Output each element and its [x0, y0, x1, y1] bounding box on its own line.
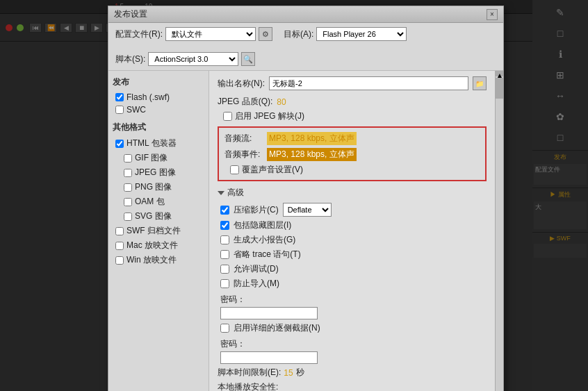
dialog-close-button[interactable]: × — [487, 9, 498, 20]
publish-settings-dialog: 发布设置 × 配置文件(R): 默认文件 ⚙ 目标(A): Flash Play… — [108, 6, 504, 391]
include-hidden-checkbox[interactable] — [220, 221, 229, 230]
target-label: 目标(A): — [284, 28, 313, 40]
swc-checkbox[interactable] — [115, 106, 124, 114]
override-sound-checkbox[interactable] — [230, 165, 239, 174]
enable-telemetry-row: 启用详细的逐侧截据(N) — [220, 322, 487, 334]
sidebar-item-mac[interactable]: Mac 放映文件 — [113, 238, 204, 253]
compress-checkbox[interactable] — [220, 206, 229, 215]
mac-checkbox[interactable] — [115, 242, 124, 250]
omit-trace-row: 省略 trace 语句(T) — [220, 249, 487, 260]
permit-debug-checkbox[interactable] — [220, 265, 229, 274]
script-time-unit: 秒 — [296, 367, 304, 378]
target-row: 目标(A): Flash Player 26 — [284, 27, 407, 41]
dialog-sidebar: 发布 Flash (.swf) SWC 其他格式 HTML 包装器 GIF 图像 — [108, 71, 209, 391]
svg-checkbox[interactable] — [124, 213, 132, 221]
bottom-text: 本地播放安全性: — [218, 381, 487, 391]
sidebar-item-swf-archive[interactable]: SWF 归档文件 — [113, 224, 204, 238]
script-time-row: 脚本时间限制(E): 15 秒 — [218, 367, 487, 378]
password-label: 密码： — [220, 294, 487, 306]
config-file-select[interactable]: 默认文件 — [165, 27, 256, 41]
target-select[interactable]: Flash Player 26 — [316, 27, 407, 41]
gear-button[interactable]: ⚙ — [259, 27, 272, 41]
sidebar-item-swc[interactable]: SWC — [113, 103, 204, 116]
config-file-row: 配置文件(R): 默认文件 ⚙ — [115, 27, 272, 41]
enable-telemetry-checkbox[interactable] — [220, 324, 229, 333]
sidebar-item-svg[interactable]: SVG 图像 — [113, 209, 204, 224]
gif-checkbox[interactable] — [124, 154, 132, 163]
publish-section-title: 发布 — [113, 76, 204, 88]
size-report-row: 生成大小报告(G) — [220, 234, 487, 246]
sidebar-item-oam[interactable]: OAM 包 — [113, 194, 204, 209]
advanced-header[interactable]: 高级 — [218, 187, 487, 199]
mac-label: Mac 放映文件 — [126, 240, 178, 251]
gif-label: GIF 图像 — [135, 152, 168, 164]
audio-event-row: 音频事件: MP3, 128 kbps, 立体声 — [224, 148, 480, 161]
dialog-content: 输出名称(N): 📁 JPEG 品质(Q): 80 启用 JPEG 解块(J) … — [209, 71, 495, 391]
dialog-title: 发布设置 — [114, 8, 147, 20]
jpeg-quality-row: JPEG 品质(Q): 80 — [218, 96, 487, 108]
swc-label: SWC — [126, 105, 146, 115]
advanced-title: 高级 — [227, 187, 244, 199]
png-label: PNG 图像 — [135, 181, 172, 193]
other-formats-title: 其他格式 — [113, 122, 204, 133]
flash-swf-label: Flash (.swf) — [126, 92, 170, 102]
other-formats-section: 其他格式 HTML 包装器 GIF 图像 JPEG 图像 PNG 图像 — [113, 122, 204, 267]
telemetry-password-input[interactable] — [220, 351, 318, 364]
compress-label: 压缩影片(C) — [234, 204, 279, 216]
omit-trace-label: 省略 trace 语句(T) — [234, 249, 301, 260]
sidebar-item-jpeg[interactable]: JPEG 图像 — [113, 165, 204, 180]
telemetry-password-section: 密码： — [220, 338, 487, 364]
protect-import-label: 防止导入(M) — [234, 278, 279, 290]
script-time-value: 15 — [284, 368, 293, 378]
output-name-row: 输出名称(N): 📁 — [218, 76, 487, 90]
jpeg-checkbox[interactable] — [124, 169, 132, 177]
oam-label: OAM 包 — [135, 196, 165, 208]
enable-telemetry-label: 启用详细的逐侧截据(N) — [234, 322, 320, 334]
password-section: 密码： — [220, 294, 487, 319]
audio-event-value[interactable]: MP3, 128 kbps, 立体声 — [267, 148, 357, 161]
win-checkbox[interactable] — [115, 256, 124, 265]
audio-event-label: 音频事件: — [224, 149, 263, 160]
audio-settings-box: 音频流: MP3, 128 kbps, 立体声 音频事件: MP3, 128 k… — [218, 126, 487, 181]
sidebar-item-win[interactable]: Win 放映文件 — [113, 253, 204, 267]
script-select[interactable]: ActionScript 3.0 — [148, 52, 238, 66]
png-checkbox[interactable] — [124, 183, 132, 192]
compress-select[interactable]: Deflate — [283, 203, 332, 217]
search-button[interactable]: 🔍 — [241, 52, 255, 66]
audio-stream-value[interactable]: MP3, 128 kbps, 立体声 — [267, 132, 357, 145]
dialog-top-config: 配置文件(R): 默认文件 ⚙ 目标(A): Flash Player 26 脚… — [108, 23, 503, 71]
output-name-label: 输出名称(N): — [218, 78, 265, 90]
html-label: HTML 包装器 — [126, 138, 177, 149]
jpeg-decode-checkbox[interactable] — [223, 112, 232, 121]
audio-stream-label: 音频流: — [224, 133, 263, 144]
script-time-label: 脚本时间限制(E): — [218, 367, 281, 378]
output-name-input[interactable] — [269, 76, 468, 90]
swf-archive-label: SWF 归档文件 — [126, 225, 181, 237]
permit-debug-label: 允许调试(D) — [234, 263, 279, 275]
sidebar-item-gif[interactable]: GIF 图像 — [113, 151, 204, 165]
jpeg-decode-label: 启用 JPEG 解块(J) — [235, 110, 304, 122]
dialog-titlebar[interactable]: 发布设置 × — [108, 6, 503, 23]
jpeg-quality-label: JPEG 品质(Q): — [218, 96, 272, 108]
omit-trace-checkbox[interactable] — [220, 250, 229, 259]
jpeg-quality-value: 80 — [277, 97, 286, 107]
sidebar-item-flash-swf[interactable]: Flash (.swf) — [113, 91, 204, 103]
scrollbar-thumb[interactable] — [496, 78, 503, 99]
swf-archive-checkbox[interactable] — [115, 227, 124, 235]
flash-swf-checkbox[interactable] — [115, 93, 124, 101]
script-label: 脚本(S): — [115, 53, 145, 65]
password-input[interactable] — [220, 307, 318, 319]
folder-button[interactable]: 📁 — [473, 76, 487, 90]
telemetry-password-label: 密码： — [220, 338, 487, 350]
protect-import-checkbox[interactable] — [220, 279, 229, 288]
size-report-checkbox[interactable] — [220, 235, 229, 244]
sidebar-item-png[interactable]: PNG 图像 — [113, 180, 204, 194]
override-sound-label: 覆盖声音设置(V) — [242, 164, 303, 176]
sidebar-item-html[interactable]: HTML 包装器 — [113, 136, 204, 151]
html-checkbox[interactable] — [115, 140, 124, 148]
oam-checkbox[interactable] — [124, 198, 132, 206]
dialog-scrollbar[interactable]: ▲ ▼ — [495, 71, 503, 391]
win-label: Win 放映文件 — [126, 254, 177, 266]
scrollbar-up-arrow[interactable]: ▲ — [496, 71, 503, 76]
advanced-section: 高级 压缩影片(C) Deflate 包括隐藏图层(I) — [218, 187, 487, 364]
